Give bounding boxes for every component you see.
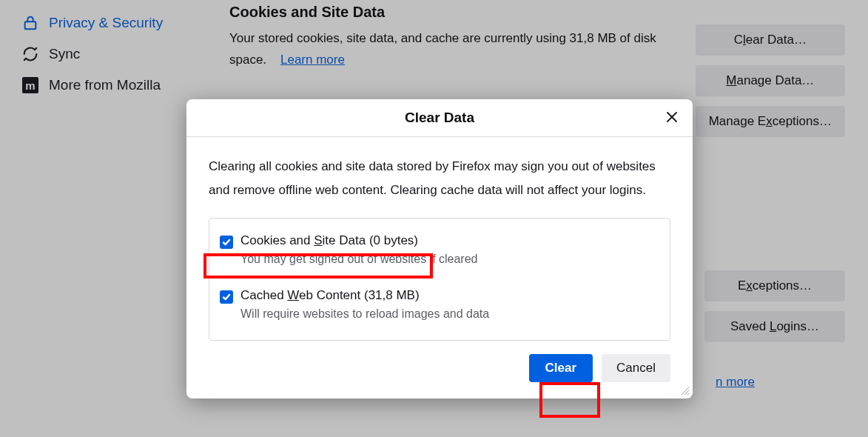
dialog-footer: Clear Cancel xyxy=(186,354,693,398)
cancel-button[interactable]: Cancel xyxy=(602,354,670,382)
dialog-header: Clear Data xyxy=(186,99,693,137)
svg-line-5 xyxy=(687,393,689,395)
check-icon xyxy=(222,293,231,301)
option-cache[interactable]: Cached Web Content (31,8 MB) Will requir… xyxy=(220,285,656,330)
check-icon xyxy=(222,238,231,247)
option-cookies-sub: You may get signed out of websites if cl… xyxy=(240,253,478,266)
resize-grip-icon[interactable] xyxy=(679,385,690,396)
checkbox-cache[interactable] xyxy=(220,290,233,304)
option-cookies-label: Cookies and Site Data (0 bytes) xyxy=(240,233,478,248)
checkbox-cookies[interactable] xyxy=(220,236,233,249)
option-cache-label: Cached Web Content (31,8 MB) xyxy=(240,288,489,303)
clear-button[interactable]: Clear xyxy=(529,354,593,382)
option-cache-sub: Will require websites to reload images a… xyxy=(240,307,489,321)
option-cookies[interactable]: Cookies and Site Data (0 bytes) You may … xyxy=(220,230,656,275)
dialog-title: Clear Data xyxy=(405,110,474,125)
close-icon xyxy=(666,111,678,123)
clear-options-box: Cookies and Site Data (0 bytes) You may … xyxy=(209,218,670,341)
dialog-close-button[interactable] xyxy=(663,108,681,126)
clear-data-dialog: Clear Data Clearing all cookies and site… xyxy=(186,99,693,398)
dialog-description: Clearing all cookies and site data store… xyxy=(209,155,670,203)
